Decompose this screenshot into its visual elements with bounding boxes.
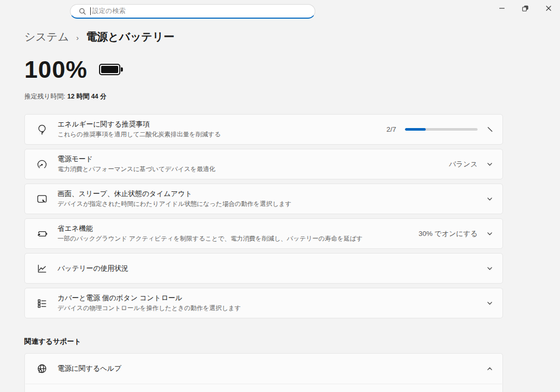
titlebar: 設定の検索 [0, 0, 560, 23]
progress-bar [405, 128, 478, 131]
breadcrumb: システム › 電源とバッテリー [24, 30, 560, 44]
chevron-up-icon [486, 366, 493, 372]
settings-row[interactable]: カバーと電源 個のボタン コントロールデバイスの物理コントロールを操作したときの… [24, 288, 503, 318]
row-subtitle: これらの推奨事項を適用して二酸化炭素排出量を削減する [58, 130, 386, 139]
page-content: システム › 電源とバッテリー 100% 推定残り時間:12 時間 44 分 エ… [0, 30, 560, 392]
row-subtitle: 一部のバックグラウンド アクティビティを制限することで、電力消費を削減し、バッテ… [58, 234, 418, 243]
search-input[interactable]: 設定の検索 [70, 4, 315, 19]
line-chart-icon [36, 263, 48, 274]
help-card-title: 電源に関するヘルプ [58, 364, 121, 373]
list-controls-icon [36, 298, 48, 309]
settings-row[interactable]: 画面、スリープ、休止状態のタイムアウトデバイスが指定された時間にわたりアイドル状… [24, 184, 503, 214]
row-subtitle: デバイスが指定された時間にわたりアイドル状態になった場合の動作を選択します [58, 200, 486, 208]
chevron-down-icon [486, 300, 493, 306]
window-controls [490, 0, 560, 16]
row-title: エネルギーに関する推奨事項 [58, 120, 386, 129]
row-title: 省エネ機能 [58, 224, 418, 233]
settings-list: エネルギーに関する推奨事項これらの推奨事項を適用して二酸化炭素排出量を削減する2… [24, 114, 503, 318]
breadcrumb-separator-icon: › [76, 32, 79, 42]
chevron-right-icon [486, 126, 493, 133]
chevron-down-icon [486, 161, 493, 167]
row-value: バランス [449, 160, 478, 169]
close-button[interactable] [537, 0, 560, 16]
eco-tree-icon [36, 124, 48, 135]
row-value: 2/7 [386, 125, 396, 133]
related-support-heading: 関連するサポート [24, 337, 560, 346]
row-subtitle: デバイスの物理コントロールを操作したときの動作を選択します [58, 304, 486, 313]
speedometer-icon [36, 159, 48, 170]
settings-row[interactable]: 省エネ機能一部のバックグラウンド アクティビティを制限することで、電力消費を削減… [24, 218, 503, 249]
chevron-down-icon [486, 265, 493, 272]
globe-search-icon [36, 363, 48, 374]
settings-window: { "colors": { "accent": "#0067c0", "page… [0, 0, 560, 392]
settings-row[interactable]: 電源モード電力消費とパフォーマンスに基づいてデバイスを最適化バランス [24, 149, 503, 179]
battery-estimate-value: 12 時間 44 分 [67, 93, 107, 100]
progress-bar-fill [405, 128, 426, 131]
battery-estimate-label: 推定残り時間: [24, 93, 65, 100]
cutoff-content [25, 384, 502, 392]
row-value: 30% でオンにする [418, 229, 478, 239]
row-subtitle: 電力消費とパフォーマンスに基づいてデバイスを最適化 [58, 165, 449, 174]
maximize-restore-button[interactable] [513, 0, 537, 16]
row-title: バッテリーの使用状況 [58, 264, 486, 273]
help-card-header[interactable]: 電源に関するヘルプ [25, 354, 502, 384]
row-title: カバーと電源 個のボタン コントロール [58, 293, 486, 303]
screen-sleep-icon [36, 193, 48, 205]
settings-row[interactable]: バッテリーの使用状況 [24, 253, 503, 284]
search-icon [79, 8, 86, 15]
battery-leaf-icon [36, 228, 48, 240]
battery-icon [99, 64, 120, 75]
chevron-down-icon [486, 230, 493, 237]
breadcrumb-system-link[interactable]: システム [24, 30, 69, 44]
page-title: 電源とバッテリー [86, 30, 174, 44]
chevron-down-icon [486, 195, 493, 202]
minimize-button[interactable] [490, 0, 513, 16]
battery-status: 100% [24, 55, 560, 83]
text-caret [90, 7, 91, 15]
search-placeholder: 設定の検索 [92, 7, 125, 16]
row-title: 画面、スリープ、休止状態のタイムアウト [58, 189, 486, 199]
settings-row[interactable]: エネルギーに関する推奨事項これらの推奨事項を適用して二酸化炭素排出量を削減する2… [24, 114, 503, 145]
battery-percent: 100% [24, 55, 88, 83]
battery-estimate: 推定残り時間:12 時間 44 分 [24, 92, 560, 101]
help-card[interactable]: 電源に関するヘルプ [24, 353, 503, 392]
row-title: 電源モード [58, 155, 449, 164]
